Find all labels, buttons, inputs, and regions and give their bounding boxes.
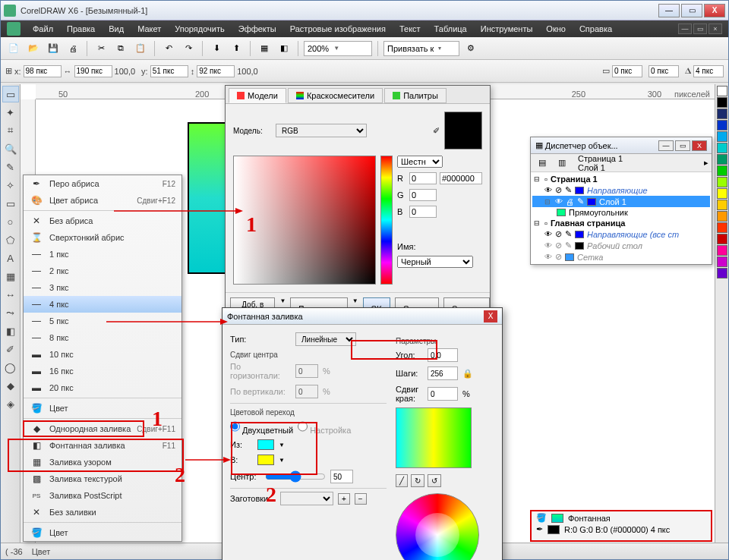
px1-input[interactable] — [612, 65, 642, 77]
dimension-tool-icon[interactable]: ↔ — [2, 286, 19, 303]
menu-edit[interactable]: Правка — [61, 22, 101, 36]
outline-tool-icon[interactable]: ◯ — [2, 359, 19, 376]
undo-icon[interactable]: ↶ — [160, 40, 177, 57]
remove-preset-button[interactable]: − — [355, 493, 367, 505]
menu-bitmaps[interactable]: Растровые изображения — [284, 22, 392, 36]
width-1-item[interactable]: —1 пкс — [24, 246, 181, 263]
layer-icon[interactable]: ▤ — [534, 155, 551, 171]
table-tool-icon[interactable]: ▦ — [2, 268, 19, 285]
hex-input[interactable] — [440, 172, 482, 184]
path-cw-icon[interactable]: ↻ — [411, 474, 424, 487]
palette-swatch[interactable] — [717, 245, 727, 256]
model-select[interactable]: RGB — [276, 124, 367, 137]
width-8-item[interactable]: —8 пкс — [24, 329, 181, 346]
menu-view[interactable]: Вид — [103, 22, 130, 36]
add-preset-button[interactable]: + — [338, 493, 350, 505]
hue-slider[interactable] — [380, 156, 393, 285]
eyedropper-tool-icon[interactable]: ✐ — [2, 341, 19, 357]
path-straight-icon[interactable]: ╱ — [396, 474, 408, 487]
menu-layout[interactable]: Макет — [131, 22, 167, 36]
crop-tool-icon[interactable]: ⌗ — [2, 122, 19, 139]
minimize-button[interactable]: — — [658, 4, 680, 17]
palette-swatch[interactable] — [717, 154, 727, 165]
zoom-tool-icon[interactable]: 🔍 — [2, 140, 19, 157]
cut-icon[interactable]: ✂ — [93, 40, 109, 57]
menu-table[interactable]: Таблица — [428, 22, 473, 36]
fountain-fill-item[interactable]: ◧Фонтанная заливкаF11 — [24, 437, 181, 454]
w-input[interactable] — [74, 65, 112, 77]
app-launcher-icon[interactable]: ▦ — [256, 40, 273, 57]
r-input[interactable] — [409, 172, 437, 184]
tab-models[interactable]: Модели — [229, 88, 286, 103]
tree-guides-all[interactable]: 👁⊘✎Направляющие (все ст — [532, 228, 710, 240]
child-close[interactable]: × — [708, 24, 722, 34]
palette-swatch[interactable] — [717, 165, 727, 176]
freehand-tool-icon[interactable]: ✎ — [2, 159, 19, 175]
palette-swatch[interactable] — [717, 97, 727, 108]
options-icon[interactable]: ⚙ — [462, 40, 479, 57]
palette-swatch[interactable] — [717, 143, 727, 153]
color-name-select[interactable]: Черный — [397, 256, 473, 268]
tree-grid[interactable]: 👁⊘Сетка — [532, 251, 710, 263]
fill-tool-icon[interactable]: ◆ — [2, 377, 19, 394]
h-input[interactable] — [197, 65, 235, 77]
menu-effects[interactable]: Эффекты — [232, 22, 282, 36]
path-ccw-icon[interactable]: ↺ — [428, 474, 441, 487]
color-fill-item[interactable]: 🪣Цвет — [24, 524, 181, 541]
angle-input[interactable] — [428, 348, 458, 362]
x-input[interactable] — [24, 65, 62, 77]
width-3-item[interactable]: —3 пкс — [24, 279, 181, 296]
presets-select[interactable] — [280, 492, 333, 505]
ellipse-tool-icon[interactable]: ○ — [2, 213, 19, 230]
open-icon[interactable]: 📂 — [25, 40, 42, 57]
g-input[interactable] — [409, 189, 437, 201]
outline-input[interactable] — [693, 65, 724, 77]
tree-desktop[interactable]: 👁⊘✎Рабочий стол — [532, 240, 710, 251]
lock-icon[interactable]: 🔒 — [462, 369, 473, 379]
width-4-item[interactable]: —4 пкс — [24, 296, 181, 313]
paste-icon[interactable]: 📋 — [132, 40, 149, 57]
view-icon[interactable]: ▥ — [554, 155, 570, 171]
hex-mode-select[interactable]: Шестн — [397, 156, 443, 168]
new-icon[interactable]: 📄 — [5, 40, 22, 57]
no-fill-item[interactable]: ✕Без заливки — [24, 504, 181, 521]
palette-swatch[interactable] — [717, 131, 727, 142]
close-button[interactable]: X — [704, 4, 725, 17]
width-16-item[interactable]: ▬16 пкс — [24, 363, 181, 379]
print-icon[interactable]: 🖨 — [65, 40, 81, 57]
midpoint-input[interactable] — [330, 470, 353, 483]
close-icon[interactable]: X — [484, 310, 497, 322]
export-icon[interactable]: ⬆ — [228, 40, 245, 57]
palette-swatch[interactable] — [717, 256, 727, 267]
custom-radio[interactable] — [298, 420, 308, 433]
palette-swatch[interactable] — [717, 234, 727, 244]
palette-swatch[interactable] — [717, 200, 727, 210]
tree-layer1[interactable]: ⊟👁🖨✎Слой 1 — [532, 196, 710, 207]
outline-swatch[interactable] — [548, 525, 560, 534]
type-select[interactable]: Линейные — [295, 332, 356, 346]
docker-close[interactable]: X — [692, 140, 707, 151]
palette-swatch[interactable] — [717, 268, 727, 278]
welcome-icon[interactable]: ◧ — [276, 40, 292, 57]
palette-swatch[interactable] — [717, 211, 727, 222]
rectangle-tool-icon[interactable]: ▭ — [2, 195, 19, 212]
flyout-icon[interactable]: ▸ — [704, 158, 708, 168]
eyedropper-icon[interactable]: ✐ — [433, 126, 440, 136]
fill-swatch[interactable] — [551, 514, 563, 523]
tab-palettes[interactable]: Палитры — [384, 88, 447, 103]
menu-arrange[interactable]: Упорядочить — [169, 22, 230, 36]
tree-guides[interactable]: 👁⊘✎Направляющие — [532, 184, 710, 196]
tree-page[interactable]: ⊟▫Страница 1 — [532, 174, 710, 184]
copy-icon[interactable]: ⧉ — [112, 40, 129, 57]
text-tool-icon[interactable]: A — [2, 250, 19, 266]
b-input[interactable] — [409, 206, 437, 218]
menu-tools[interactable]: Инструменты — [475, 22, 539, 36]
width-10-item[interactable]: ▬10 пкс — [24, 346, 181, 363]
palette-swatch[interactable] — [717, 86, 727, 96]
from-color-swatch[interactable] — [257, 439, 274, 450]
px2-input[interactable] — [649, 65, 679, 77]
save-icon[interactable]: 💾 — [45, 40, 62, 57]
edge-input[interactable] — [428, 387, 458, 401]
interactive-fill-icon[interactable]: ◈ — [2, 395, 19, 412]
tree-rectangle[interactable]: Прямоугольник — [532, 207, 710, 218]
